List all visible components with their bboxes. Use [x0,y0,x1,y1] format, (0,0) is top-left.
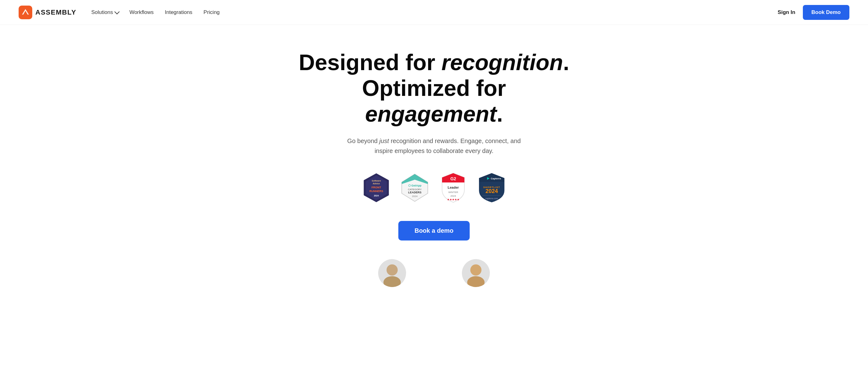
svg-text:capterra.com: capterra.com [486,197,498,200]
svg-point-26 [470,265,482,276]
avatar-left [378,259,406,287]
svg-text:⬡ GetApp: ⬡ GetApp [408,184,422,187]
badge-getapp: ⬡ GetApp CATEGORY LEADERS 2024 [399,171,430,205]
solutions-label: Solutions [91,9,113,15]
svg-text:2024: 2024 [486,188,498,194]
svg-text:2024: 2024 [451,194,456,197]
nav-left: ASSEMBLY Solutions Workflows Integration… [19,6,220,19]
workflows-label: Workflows [129,9,154,15]
hero-title-period1: . [563,50,569,75]
avatar-right-svg [462,259,490,287]
badge-g2: G2 Leader WINTER 2024 ★★★★★ [438,171,469,205]
svg-text:RUNNERS: RUNNERS [370,190,383,193]
svg-text:Advice: Advice [373,183,380,185]
sign-in-button[interactable]: Sign In [778,9,796,15]
svg-text:WINTER: WINTER [448,191,458,194]
svg-text:G2: G2 [451,176,456,181]
avatar-left-svg [378,259,406,287]
svg-point-25 [383,276,401,287]
svg-text:Software: Software [372,180,381,182]
badge-software-advice: Software Advice FRONT RUNNERS 2024 [361,171,392,205]
nav-item-solutions[interactable]: Solutions [91,9,118,15]
badge-capterra: ▶ Capterra SHORTLIST 2024 capterra.com [476,171,507,205]
capterra-badge-svg: ▶ Capterra SHORTLIST 2024 capterra.com [478,173,506,203]
nav-item-workflows[interactable]: Workflows [129,9,154,15]
integrations-label: Integrations [165,9,192,15]
hero-title-period2: . [497,101,503,126]
svg-text:2024: 2024 [412,195,417,198]
workflows-link[interactable]: Workflows [129,9,154,15]
hero-title-part1: Designed for [299,50,441,75]
book-demo-nav-button[interactable]: Book Demo [803,5,849,20]
nav-item-pricing[interactable]: Pricing [204,9,220,15]
navbar: ASSEMBLY Solutions Workflows Integration… [0,0,868,25]
svg-text:★★★★★: ★★★★★ [447,198,459,201]
solutions-link[interactable]: Solutions [91,9,118,15]
logo-text: ASSEMBLY [35,8,76,17]
software-advice-badge-svg: Software Advice FRONT RUNNERS 2024 [363,173,390,203]
assembly-logo-svg [22,8,29,17]
svg-text:2024: 2024 [374,194,379,197]
svg-point-24 [386,265,398,276]
g2-badge-svg: G2 Leader WINTER 2024 ★★★★★ [441,173,466,203]
logo-link[interactable]: ASSEMBLY [19,6,76,19]
svg-point-27 [467,276,485,287]
svg-text:FRONT: FRONT [372,186,381,189]
svg-text:LEADERS: LEADERS [408,191,421,194]
hero-title-part3: Optimized for [362,76,506,100]
svg-text:Leader: Leader [448,186,459,189]
hero-title-italic1: recognition [441,50,563,75]
chevron-down-icon [115,9,120,14]
subtitle-italic: just [379,137,389,144]
svg-text:▶: ▶ [487,176,490,180]
nav-item-integrations[interactable]: Integrations [165,9,192,15]
hero-section: Designed for recognition. Optimized for … [0,25,868,306]
svg-text:CATEGORY: CATEGORY [408,188,422,191]
pricing-label: Pricing [204,9,220,15]
hero-title: Designed for recognition. Optimized for … [294,50,574,127]
integrations-link[interactable]: Integrations [165,9,192,15]
hero-subtitle: Go beyond just recognition and rewards. … [338,136,530,156]
svg-text:Capterra: Capterra [491,177,501,180]
avatars-row [12,259,856,287]
logo-icon [19,6,32,19]
badges-row: Software Advice FRONT RUNNERS 2024 ⬡ Get… [361,171,507,205]
pricing-link[interactable]: Pricing [204,9,220,15]
hero-title-italic2: engagement [365,101,497,126]
avatar-right [462,259,490,287]
book-demo-cta-button[interactable]: Book a demo [398,221,470,241]
nav-right: Sign In Book Demo [778,5,849,20]
nav-links: Solutions Workflows Integrations Pricing [91,9,220,15]
getapp-badge-svg: ⬡ GetApp CATEGORY LEADERS 2024 [401,174,429,202]
